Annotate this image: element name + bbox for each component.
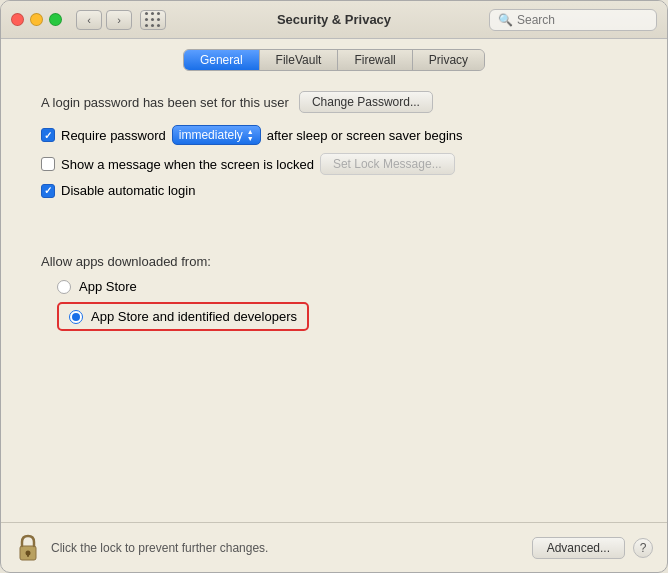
app-store-radio[interactable] [57, 280, 71, 294]
require-password-checkbox[interactable] [41, 128, 55, 142]
bottombar: Click the lock to prevent further change… [1, 522, 667, 572]
show-message-label: Show a message when the screen is locked [61, 157, 314, 172]
minimize-button[interactable] [30, 13, 43, 26]
app-store-radio-row: App Store [57, 279, 627, 294]
traffic-lights [11, 13, 62, 26]
app-store-identified-highlight[interactable]: App Store and identified developers [57, 302, 309, 331]
tab-general[interactable]: General [184, 50, 260, 70]
after-sleep-label: after sleep or screen saver begins [267, 128, 463, 143]
nav-buttons: ‹ › [76, 10, 132, 30]
search-box[interactable]: 🔍 [489, 9, 657, 31]
tab-filevault[interactable]: FileVault [260, 50, 339, 70]
require-password-row: Require password immediately ▲ ▼ after s… [41, 125, 627, 145]
help-button[interactable]: ? [633, 538, 653, 558]
advanced-button[interactable]: Advanced... [532, 537, 625, 559]
dropdown-arrows-icon: ▲ ▼ [247, 128, 254, 142]
password-section: A login password has been set for this u… [41, 91, 627, 113]
disable-autologin-label: Disable automatic login [61, 183, 195, 198]
show-message-row: Show a message when the screen is locked… [41, 153, 627, 175]
password-set-label: A login password has been set for this u… [41, 95, 289, 110]
password-timing-dropdown[interactable]: immediately ▲ ▼ [172, 125, 261, 145]
app-store-label: App Store [79, 279, 137, 294]
lock-text: Click the lock to prevent further change… [51, 541, 532, 555]
app-store-identified-radio[interactable] [69, 310, 83, 324]
allow-apps-section: Allow apps downloaded from: App Store Ap… [41, 254, 627, 331]
forward-button[interactable]: › [106, 10, 132, 30]
app-store-identified-radio-row: App Store and identified developers [57, 302, 627, 331]
search-input[interactable] [517, 13, 648, 27]
close-button[interactable] [11, 13, 24, 26]
allow-apps-label: Allow apps downloaded from: [41, 254, 627, 269]
content-area: A login password has been set for this u… [1, 79, 667, 522]
search-icon: 🔍 [498, 13, 513, 27]
titlebar: ‹ › Security & Privacy 🔍 [1, 1, 667, 39]
change-password-button[interactable]: Change Password... [299, 91, 433, 113]
window: ‹ › Security & Privacy 🔍 General FileVau… [0, 0, 668, 573]
disable-autologin-checkbox[interactable] [41, 184, 55, 198]
set-lock-message-button[interactable]: Set Lock Message... [320, 153, 455, 175]
tabbar: General FileVault Firewall Privacy [1, 39, 667, 79]
show-message-checkbox[interactable] [41, 157, 55, 171]
require-password-label: Require password [61, 128, 166, 143]
svg-rect-2 [27, 553, 29, 557]
grid-button[interactable] [140, 10, 166, 30]
tab-group: General FileVault Firewall Privacy [183, 49, 485, 71]
dropdown-value: immediately [179, 128, 243, 142]
window-title: Security & Privacy [277, 12, 391, 27]
disable-autologin-row: Disable automatic login [41, 183, 627, 198]
app-store-identified-label: App Store and identified developers [91, 309, 297, 324]
tab-privacy[interactable]: Privacy [413, 50, 484, 70]
maximize-button[interactable] [49, 13, 62, 26]
lock-icon[interactable] [15, 532, 41, 564]
tab-firewall[interactable]: Firewall [338, 50, 412, 70]
back-button[interactable]: ‹ [76, 10, 102, 30]
